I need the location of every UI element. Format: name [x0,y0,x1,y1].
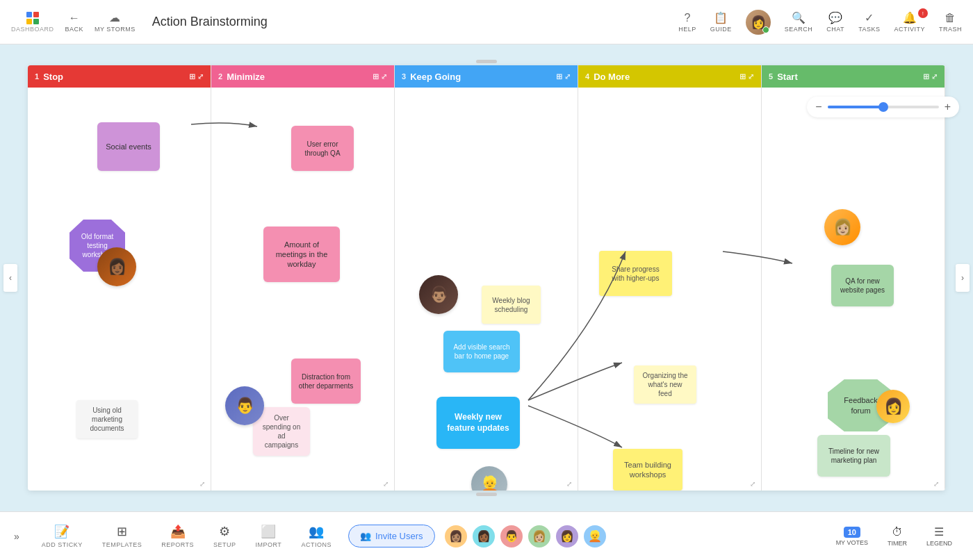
avatar-keepgoing-2[interactable]: 👱 [471,466,507,491]
reports-icon: 📤 [170,524,186,539]
toolbar-avatar-5[interactable]: 👩 [555,524,580,549]
zoom-bar: − + [807,97,959,117]
timer-button[interactable]: ⏱ TIMER [881,523,914,550]
mystorms-button[interactable]: ☁ MY STORMS [95,11,136,33]
back-icon: ← [69,12,80,24]
page-title: Action Brainstorming [152,15,268,29]
avatar-start-1[interactable]: 👩🏼 [824,209,860,245]
bottom-toolbar: » 📝 ADD STICKY ⊞ TEMPLATES 📤 REPORTS ⚙ S… [0,511,973,560]
collapse-top[interactable] [476,60,497,63]
sticky-weekly-blog[interactable]: Weekly blog scheduling [482,286,541,324]
sticky-user-error-qa[interactable]: User error through QA [291,126,354,171]
toolbar-expand-button[interactable]: » [14,531,19,542]
column-minimize-header: 2 Minimize ⊞ ⤢ [211,65,394,88]
sticky-add-search[interactable]: Add visible search bar to home page [443,331,520,372]
legend-button[interactable]: ☰ LEGEND [919,522,959,550]
expand-right-button[interactable]: › [956,264,970,292]
zoom-thumb[interactable] [878,102,888,112]
column-minimize: 2 Minimize ⊞ ⤢ User error through QA Amo… [211,65,395,491]
actions-button[interactable]: 👥 ACTIONS [293,520,340,552]
search-label: SEARCH [785,26,813,33]
cloud-icon: ☁ [109,11,120,24]
my-votes-label: MY VOTES [836,539,868,546]
toolbar-avatar-1[interactable]: 👩🏽 [443,524,468,549]
avatar-stop-1[interactable]: 👩🏾 [97,247,136,286]
guide-button[interactable]: 📋 GUIDE [710,11,732,33]
collapse-bottom[interactable] [476,493,497,496]
col-domore-num: 4 [585,72,589,81]
sticky-qa-new-website[interactable]: QA for new website pages [831,265,894,306]
sticky-share-progress[interactable]: Share progress with higher-ups [599,251,672,296]
toolbar-avatars: 👩🏽 👩🏾 👨 👩🏼 👩 👱 [443,524,607,549]
column-domore-header: 4 Do More ⊞ ⤢ [578,65,761,88]
sticky-distraction[interactable]: Distraction from other deparments [291,359,361,404]
activity-label: ACTIVITY [894,26,925,33]
toolbar-avatar-6[interactable]: 👱 [582,524,607,549]
votes-badge: 10 [844,527,860,538]
avatar-start-2[interactable]: 👩 [876,390,910,423]
zoom-in-button[interactable]: + [945,101,951,113]
setup-button[interactable]: ⚙ SETUP [205,520,245,552]
search-button[interactable]: 🔍 SEARCH [785,11,813,33]
tasks-button[interactable]: ✓ TASKS [858,11,880,33]
invite-label: Invite Users [375,531,423,541]
col-keepgoing-actions: ⊞ ⤢ [556,72,571,81]
actions-icon: 👥 [309,524,324,539]
nav-right: ? HELP 📋 GUIDE 👩 🔍 SEARCH 💬 CHAT ✓ TASKS… [678,10,962,35]
col-stop-footer: ⤢ [28,477,211,491]
timer-icon: ⏱ [892,526,903,538]
col-domore-title: Do More [594,72,735,82]
chat-button[interactable]: 💬 CHAT [826,11,844,33]
help-button[interactable]: ? HELP [678,12,696,33]
col-domore-actions: ⊞ ⤢ [739,72,754,81]
navbar: DASHBOARD ← BACK ☁ MY STORMS Action Brai… [0,0,973,44]
expand-left-button[interactable]: ‹ [3,264,17,292]
reports-button[interactable]: 📤 REPORTS [153,520,202,552]
avatar-start-2-inner: 👩 [876,390,910,423]
col-stop-body: Social events Old format testing worksho… [28,88,211,477]
sticky-amount-meetings[interactable]: Amount of meetings in the workday [263,227,340,282]
toolbar-items: 📝 ADD STICKY ⊞ TEMPLATES 📤 REPORTS ⚙ SET… [33,520,340,552]
column-domore: 4 Do More ⊞ ⤢ Share progress with higher… [578,65,762,491]
user-avatar-button[interactable]: 👩 [746,10,771,35]
sticky-using-old-marketing[interactable]: Using old marketing documents [76,400,138,438]
my-votes-button[interactable]: 10 MY VOTES [829,524,875,549]
templates-button[interactable]: ⊞ TEMPLATES [94,520,150,552]
col-stop-title: Stop [43,72,185,82]
add-sticky-icon: 📝 [54,524,70,539]
sticky-timeline-marketing[interactable]: Timeline for new marketing plan [817,435,890,477]
activity-icon: 🔔 [903,11,917,24]
avatar-minimize-1[interactable]: 👨 [225,386,264,425]
sticky-team-building[interactable]: Team building workshops [613,449,682,491]
trash-button[interactable]: 🗑 TRASH [939,12,962,33]
canvas-area[interactable]: − + ‹ › 1 Stop ⊞ ⤢ Social events [0,44,973,511]
add-sticky-button[interactable]: 📝 ADD STICKY [33,520,91,552]
toolbar-avatar-3[interactable]: 👨 [499,524,524,549]
tasks-icon: ✓ [865,11,874,24]
zoom-track[interactable] [828,106,939,108]
toolbar-avatar-4[interactable]: 👩🏼 [527,524,552,549]
sticky-social-events[interactable]: Social events [97,122,160,171]
column-keepgoing: 3 Keep Going ⊞ ⤢ Weekly blog scheduling … [395,65,578,491]
chat-icon: 💬 [828,11,842,24]
invite-users-button[interactable]: 👥 Invite Users [348,525,435,547]
tasks-label: TASKS [858,26,880,33]
trash-icon: 🗑 [945,12,956,24]
back-button[interactable]: ← BACK [65,12,84,33]
zoom-out-button[interactable]: − [815,101,821,113]
import-button[interactable]: ⬜ IMPORT [247,520,291,552]
legend-label: LEGEND [926,540,952,547]
avatar-keepgoing-1-inner: 👨🏽 [419,275,458,314]
avatar-keepgoing-1[interactable]: 👨🏽 [419,275,458,314]
import-icon: ⬜ [261,524,276,539]
col-domore-body: Share progress with higher-ups Organizin… [578,88,761,477]
toolbar-avatar-2[interactable]: 👩🏾 [471,524,496,549]
avatar-keepgoing-2-inner: 👱 [471,466,507,491]
sticky-weekly-new-feature[interactable]: Weekly new feature updates [436,397,520,449]
col-minimize-footer: ⤢ [211,477,394,491]
col-keepgoing-title: Keep Going [410,72,552,82]
sticky-organizing[interactable]: Organizing the what's new feed [634,365,696,404]
dashboard-button[interactable]: DASHBOARD [11,12,54,33]
activity-button[interactable]: 🔔 ! ACTIVITY [894,11,925,33]
col-start-body: QA for new website pages Feedback forum … [762,88,945,477]
